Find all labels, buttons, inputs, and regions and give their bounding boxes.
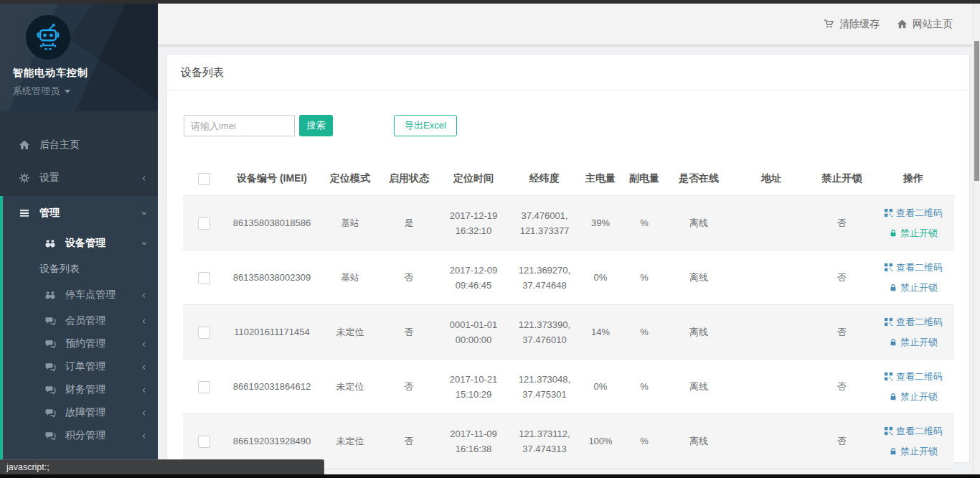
table-row: 866192031864612 未定位 否 2017-10-2115:10:29… (183, 360, 954, 414)
sidebar-item-order-manage[interactable]: 订单管理 ‹ (3, 355, 158, 378)
lock-icon (889, 393, 897, 401)
sidebar-item-booking-manage[interactable]: 预约管理 ‹ (3, 332, 158, 355)
sidebar-menu: 后台主页 设置 ‹ 管理 ‹ 设备管理 ‹ 设备列表 停车点管理 (0, 111, 158, 474)
search-button[interactable]: 搜索 (299, 115, 333, 136)
browser-status-tooltip: javascript:; (0, 459, 324, 474)
col-imei: 设备编号 (IMEI) (225, 167, 319, 196)
sidebar-item-points-manage[interactable]: 积分管理 ‹ (3, 424, 158, 447)
cell-forbid: 否 (811, 414, 872, 469)
cell-coord: 121.369270,37.474648 (510, 250, 579, 305)
qr-code-icon (884, 208, 893, 217)
cell-actions: 查看二维码 禁止开锁 (872, 196, 954, 250)
sidebar-item-parking-manage[interactable]: 停车点管理 ‹ (3, 281, 158, 309)
imei-search-input[interactable] (184, 115, 295, 136)
cell-coord: 37.476001,121.373377 (510, 196, 579, 250)
forbid-unlock-link[interactable]: 禁止开锁 (875, 444, 952, 459)
cell-actions: 查看二维码 禁止开锁 (872, 305, 954, 360)
col-time: 定位时间 (437, 167, 510, 196)
cell-time: 2017-11-0916:16:38 (437, 414, 510, 469)
forbid-unlock-link[interactable]: 禁止开锁 (875, 280, 952, 295)
table-row: 861358038002309 基站 否 2017-12-0909:46:45 … (183, 250, 954, 305)
cell-enabled: 是 (381, 196, 437, 250)
gear-icon (18, 172, 30, 184)
binoculars-icon (44, 289, 56, 301)
sidebar-group-manage: 管理 ‹ 设备管理 ‹ 设备列表 停车点管理 ‹ 会员管理 ‹ (0, 196, 158, 460)
clear-cache-link[interactable]: 清除缓存 (824, 18, 880, 31)
chevron-down-icon: ‹ (138, 241, 149, 245)
cell-actions: 查看二维码 禁止开锁 (872, 360, 954, 414)
lock-icon (889, 283, 897, 292)
sidebar-item-member-manage[interactable]: 会员管理 ‹ (3, 309, 158, 332)
chevron-left-icon: ‹ (141, 385, 146, 395)
view-qr-link[interactable]: 查看二维码 (875, 314, 952, 329)
sidebar-item-label: 设备列表 (39, 263, 80, 276)
lock-icon (889, 229, 897, 238)
qr-code-icon (884, 372, 893, 381)
row-checkbox[interactable] (198, 381, 210, 393)
row-checkbox[interactable] (198, 272, 210, 284)
view-qr-link[interactable]: 查看二维码 (875, 369, 952, 384)
comments-icon (44, 430, 56, 441)
cell-address (731, 360, 811, 414)
sidebar-item-device-list[interactable]: 设备列表 (3, 258, 158, 281)
sidebar-item-label: 订单管理 (65, 360, 105, 373)
cell-main-battery: 100% (579, 414, 622, 469)
sidebar-item-manage[interactable]: 管理 ‹ (3, 197, 158, 229)
sidebar-item-dashboard[interactable]: 后台主页 (0, 128, 158, 161)
cell-sub-battery: % (622, 305, 666, 360)
export-excel-button[interactable]: 导出Excel (394, 115, 457, 136)
chevron-left-icon: ‹ (141, 408, 146, 418)
vertical-scrollbar[interactable] (973, 4, 980, 474)
cell-imei: 110201611171454 (225, 305, 319, 360)
cell-main-battery: 14% (579, 305, 622, 360)
cell-time: 2017-12-1916:32:10 (437, 196, 510, 250)
sidebar-item-finance-manage[interactable]: 财务管理 ‹ (3, 378, 158, 401)
sidebar-item-settings[interactable]: 设置 ‹ (0, 161, 158, 195)
col-actions: 操作 (872, 167, 954, 196)
cell-address (731, 250, 811, 305)
device-table: 设备编号 (IMEI) 定位模式 启用状态 定位时间 经纬度 主电量 副电量 是… (183, 167, 954, 469)
forbid-unlock-link[interactable]: 禁止开锁 (875, 334, 952, 350)
sidebar-item-label: 财务管理 (65, 383, 105, 396)
cell-time: 0001-01-0100:00:00 (437, 305, 510, 360)
comments-icon (44, 407, 56, 418)
row-checkbox[interactable] (198, 327, 210, 339)
user-role-dropdown[interactable]: 系统管理员 (13, 85, 158, 98)
comments-icon (44, 384, 56, 395)
table-row: 110201611171454 未定位 否 0001-01-0100:00:00… (183, 305, 954, 360)
cell-main-battery: 39% (579, 196, 622, 250)
forbid-unlock-link[interactable]: 禁止开锁 (875, 389, 952, 404)
cell-forbid: 否 (811, 360, 872, 414)
scrollbar-thumb[interactable] (974, 41, 979, 181)
sidebar-item-fault-manage[interactable]: 故障管理 ‹ (3, 401, 158, 424)
col-coord: 经纬度 (510, 167, 579, 196)
view-qr-link[interactable]: 查看二维码 (875, 205, 952, 220)
sidebar-item-label: 积分管理 (65, 429, 105, 442)
cell-sub-battery: % (622, 250, 666, 305)
cell-online: 离线 (666, 414, 731, 469)
page-title: 设备列表 (167, 55, 969, 90)
qr-code-icon (884, 426, 893, 436)
row-checkbox[interactable] (198, 436, 210, 448)
caret-down-icon (65, 90, 70, 93)
window-bottom-edge (0, 474, 980, 478)
site-home-link[interactable]: 网站主页 (897, 18, 953, 31)
sidebar-item-device-manage[interactable]: 设备管理 ‹ (3, 229, 158, 258)
window-top-edge (0, 0, 980, 4)
cell-address (731, 196, 811, 250)
cell-actions: 查看二维码 禁止开锁 (872, 414, 954, 469)
cell-mode: 基站 (319, 196, 381, 250)
cell-sub-battery: % (622, 360, 666, 414)
view-qr-link[interactable]: 查看二维码 (875, 423, 952, 439)
col-online: 是否在线 (666, 167, 731, 196)
cell-coord: 121.373112,37.474313 (510, 414, 579, 469)
toolbar: 搜索 导出Excel (184, 115, 969, 136)
col-address: 地址 (731, 167, 811, 196)
table-header-row: 设备编号 (IMEI) 定位模式 启用状态 定位时间 经纬度 主电量 副电量 是… (183, 167, 954, 196)
view-qr-link[interactable]: 查看二维码 (875, 260, 952, 275)
row-checkbox[interactable] (198, 217, 210, 230)
select-all-checkbox[interactable] (198, 173, 210, 185)
cell-imei: 866192031864612 (225, 360, 319, 414)
cell-coord: 121.373048,37.475301 (510, 360, 579, 414)
forbid-unlock-link[interactable]: 禁止开锁 (875, 225, 952, 240)
